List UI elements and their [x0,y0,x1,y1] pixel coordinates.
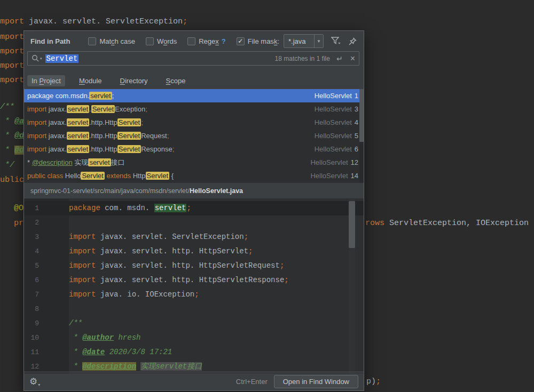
result-line-number: 14 [351,172,358,180]
result-line-number: 1 [355,92,358,100]
dialog-title: Find in Path [30,37,70,45]
line-number: 2 [24,215,39,230]
result-row[interactable]: import javax.servlet.http.HttpServletRes… [24,142,364,156]
background-code-line: ublic [0,175,24,186]
result-file-label: HelloServlet [315,92,352,100]
results-scrollbar[interactable] [359,89,364,182]
breadcrumb-file: HelloServlet.java [190,187,243,195]
regex-checkbox[interactable]: Regex? [187,37,226,45]
code-text: /** [69,316,82,331]
background-code-line: mport [0,46,24,57]
code-text: import javax. servlet. http. HttpServlet… [69,259,284,273]
checkbox-box-icon[interactable] [88,37,96,45]
result-row[interactable]: * @description 实现servlet接口HelloServlet12 [24,156,364,169]
search-options: Match caseWordsRegex?✓File mask: [88,37,279,45]
breadcrumb: springmvc-01-servlet/src/main/java/com/m… [24,182,364,198]
settings-gear-icon[interactable]: ⚙▾ [29,376,40,387]
background-code-line: mport javax. servlet. ServletException; [0,17,187,27]
dialog-footer: ⚙▾ Ctrl+Enter Open in Find Window [24,372,364,390]
background-code-line: mport [0,32,24,43]
scope-tab-in-project[interactable]: In Project [27,75,65,86]
code-text: import javax. servlet. http. HttpServlet… [69,244,253,259]
code-text: package com. msdn. servlet; [69,201,191,215]
dialog-header: Find in Path Match caseWordsRegex?✓File … [24,31,364,51]
checkbox-label: Match case [99,37,135,45]
file-mask-select[interactable]: *.java ▼ [284,34,324,48]
code-text: import java. io. IOException; [69,287,199,302]
result-text: import javax.servlet.http.HttpServletReq… [27,132,315,140]
code-line: 9/** [24,316,364,331]
code-line: 7import java. io. IOException; [24,287,364,302]
shortcut-hint: Ctrl+Enter [236,378,268,386]
result-text: * @description 实现servlet接口 [27,158,310,167]
file-mask-checkbox[interactable]: ✓File mask: [237,37,279,45]
words-checkbox[interactable]: Words [146,37,177,45]
result-line-number: 3 [355,105,358,113]
close-icon[interactable]: × [350,55,355,62]
code-text: * @author hresh [69,331,140,345]
code-line: 3import javax. servlet. ServletException… [24,230,364,244]
checkbox-box-icon[interactable]: ✓ [237,37,245,45]
scope-tab-scope[interactable]: Scope [162,75,190,86]
result-text: import javax.servlet.http.HttpServlet; [27,118,315,126]
result-line-number: 5 [355,132,358,140]
preview-scrollbar-thumb[interactable] [349,201,355,248]
result-text: public class HelloServlet extends HttpSe… [27,172,310,180]
chevron-down-icon[interactable]: ▼ [314,35,323,47]
result-line-number: 6 [355,145,358,153]
code-text: * @date 2020/3/8 17:21 [69,345,172,359]
file-mask-value: *.java [284,35,314,47]
filter-icon[interactable] [331,37,341,45]
open-in-find-window-button[interactable]: Open in Find Window [274,375,358,388]
result-row[interactable]: import javax.servlet.http.HttpServletReq… [24,129,364,142]
search-query-text: Servlet [45,54,79,63]
search-input[interactable]: ▾ Servlet 18 matches in 1 file ↵ × [27,51,359,66]
line-number: 5 [24,259,39,273]
result-row[interactable]: public class HelloServlet extends HttpSe… [24,169,364,182]
code-line: 11 * @date 2020/3/8 17:21 [24,345,364,359]
gear-caret-icon: ▾ [38,382,40,387]
regex-help-icon[interactable]: ? [222,37,226,45]
breadcrumb-path: springmvc-01-servlet/src/main/java/com/m… [30,187,190,195]
result-row[interactable]: package com.msdn.servlet;HelloServlet1 [24,89,364,102]
checkbox-label: Regex [199,37,219,45]
new-line-icon[interactable]: ↵ [336,54,343,63]
code-line: 5import javax. servlet. http. HttpServle… [24,259,364,273]
code-text: import javax. servlet. http. HttpServlet… [69,273,289,287]
background-code-line: mport [0,61,24,71]
result-row[interactable]: import javax.servlet.ServletException;He… [24,102,364,116]
results-scrollbar-thumb[interactable] [359,89,364,142]
result-text: package com.msdn.servlet; [27,92,315,100]
result-text: import javax.servlet.http.HttpServletRes… [27,145,315,153]
line-number: 9 [24,316,39,331]
background-code-line: */ [0,160,14,171]
line-number: 6 [24,273,39,287]
find-in-path-dialog: Find in Path Match caseWordsRegex?✓File … [23,30,364,391]
pin-icon[interactable] [348,37,357,46]
result-file-label: HelloServlet [315,105,352,113]
match-case-checkbox[interactable]: Match case [88,37,135,45]
line-number: 10 [24,331,39,345]
result-line-number: 4 [355,118,358,126]
result-text: import javax.servlet.ServletException; [27,105,315,113]
match-count-label: 18 matches in 1 file [275,55,330,62]
code-line: 10 * @author hresh [24,331,364,345]
result-file-label: HelloServlet [315,145,352,153]
scope-tab-module[interactable]: Module [75,75,106,86]
screen: mport javax. servlet. ServletException;m… [0,0,534,392]
result-row[interactable]: import javax.servlet.http.HttpServlet;He… [24,116,364,129]
search-history-caret-icon[interactable]: ▾ [40,57,42,61]
checkbox-label: File mask: [248,37,279,45]
checkbox-box-icon[interactable] [146,37,154,45]
line-number: 1 [24,201,39,215]
result-file-label: HelloServlet [315,132,352,140]
background-code-line: mport [0,75,24,86]
scope-tab-directory[interactable]: Directory [116,75,152,86]
background-code-line: /** [0,102,14,113]
line-number: 7 [24,287,39,302]
search-icon[interactable]: ▾ [32,54,42,62]
line-number: 3 [24,230,39,244]
result-file-label: HelloServlet [310,158,348,166]
checkbox-box-icon[interactable] [187,37,195,45]
code-text: import javax. servlet. ServletException; [69,230,248,244]
